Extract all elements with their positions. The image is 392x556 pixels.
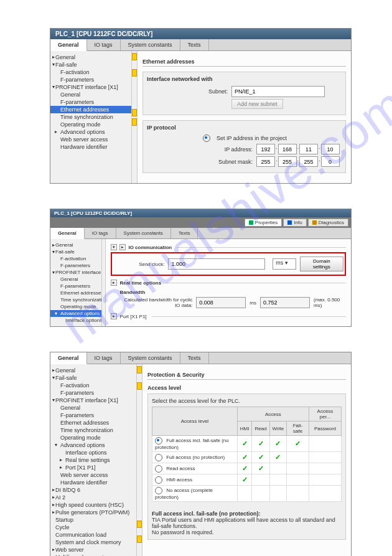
tree-item[interactable]: Advanced options: [50, 310, 101, 317]
tree-item[interactable]: F-activation: [50, 68, 131, 76]
tree-item[interactable]: Operating mode: [50, 434, 136, 441]
access-radio[interactable]: [155, 487, 162, 494]
tree-item[interactable]: F-activation: [50, 255, 101, 262]
tree-item[interactable]: Interface options: [50, 317, 101, 324]
tree-item[interactable]: Time synchronization: [50, 113, 131, 121]
tree-item[interactable]: Operating mode: [50, 303, 101, 310]
octet[interactable]: [299, 156, 318, 167]
add-subnet-button[interactable]: Add new subnet: [231, 99, 283, 109]
section-header: Protection & Security: [147, 372, 346, 380]
tab-properties[interactable]: Properties: [245, 219, 282, 227]
tree-item[interactable]: Real time settings: [50, 456, 136, 464]
change-markers: [132, 51, 138, 183]
tree-item[interactable]: AI 2: [50, 494, 136, 501]
tab-diagnostics[interactable]: Diagnostics: [308, 219, 348, 227]
tab-info[interactable]: Info: [283, 219, 306, 227]
tree-item[interactable]: F-parameters: [50, 262, 101, 269]
tab-system-constants[interactable]: System constants: [121, 352, 180, 364]
tree-item[interactable]: Fail-safe: [50, 248, 101, 255]
tab-general[interactable]: General: [50, 352, 87, 364]
tree-item[interactable]: Multilingual support: [50, 554, 136, 556]
tree-item[interactable]: Ethernet addresses: [50, 106, 131, 113]
radio-set-ip[interactable]: [203, 134, 210, 142]
expand-icon[interactable]: ▸: [111, 313, 117, 319]
subnet-input[interactable]: [231, 86, 325, 97]
tree-item[interactable]: Hardware identifier: [50, 143, 131, 151]
tree-item[interactable]: Pulse generators (PTO/PWM): [50, 509, 136, 516]
tab-texts[interactable]: Texts: [180, 352, 209, 364]
tree-item[interactable]: Interface options: [50, 449, 136, 456]
tree-item[interactable]: PROFINET interface [X1]: [50, 269, 101, 276]
tree-item[interactable]: General: [50, 367, 136, 374]
tree-item[interactable]: Web server access: [50, 471, 136, 479]
nav-tree[interactable]: GeneralFail-safeF-activationF-parameters…: [50, 239, 102, 326]
subnet-mask-input[interactable]: ...: [256, 156, 340, 167]
access-radio[interactable]: [155, 437, 162, 445]
tree-item[interactable]: Time synchronization: [50, 426, 136, 434]
label-subnet: Subnet:: [147, 88, 228, 95]
tree-item[interactable]: Port [X1 P1]: [50, 464, 136, 471]
tree-item[interactable]: Ethernet addresses: [50, 419, 136, 426]
tree-item[interactable]: System and clock memory: [50, 539, 136, 546]
tab-general[interactable]: General: [50, 39, 87, 51]
tab-texts[interactable]: Texts: [180, 39, 209, 50]
access-radio[interactable]: [155, 476, 162, 484]
octet[interactable]: [256, 144, 275, 154]
tree-item[interactable]: General: [50, 276, 101, 283]
change-markers: [102, 239, 106, 326]
tree-item[interactable]: Web server access: [50, 136, 131, 143]
tree-item[interactable]: Fail-safe: [50, 374, 136, 382]
nav-tree[interactable]: GeneralFail-safeF-activationF-parameters…: [50, 51, 132, 183]
tree-item[interactable]: Advanced options: [50, 441, 136, 449]
tree-item[interactable]: General: [50, 242, 101, 248]
tab-general[interactable]: General: [50, 228, 85, 239]
octet[interactable]: [278, 156, 297, 167]
octet[interactable]: [321, 156, 340, 167]
tree-item[interactable]: General: [50, 91, 131, 98]
tree-item[interactable]: F-parameters: [50, 76, 131, 83]
expand-icon[interactable]: ▸: [111, 280, 117, 286]
tab-system-constants[interactable]: System constants: [121, 39, 180, 50]
tree-item[interactable]: F-parameters: [50, 412, 136, 419]
octet[interactable]: [278, 144, 297, 154]
octet[interactable]: [299, 144, 318, 154]
tree-item[interactable]: Fail-safe: [50, 61, 131, 68]
tree-item[interactable]: Cycle: [50, 524, 136, 531]
tab-system-constants[interactable]: System constants: [116, 228, 171, 238]
section-io-comm: IO communication: [128, 245, 172, 250]
access-radio[interactable]: [155, 454, 162, 461]
tree-item[interactable]: Operating mode: [50, 121, 131, 128]
tree-item[interactable]: High speed counters (HSC): [50, 501, 136, 509]
tree-item[interactable]: F-parameters: [50, 389, 136, 397]
tab-texts[interactable]: Texts: [171, 228, 198, 238]
access-level-table: Access levelAccessAccess per...HMIReadWr…: [152, 407, 342, 502]
tree-item[interactable]: F-parameters: [50, 98, 131, 106]
tree-item[interactable]: Web server: [50, 546, 136, 554]
domain-settings-button[interactable]: Domain settings: [300, 257, 343, 271]
tree-item[interactable]: Time synchronization: [50, 296, 101, 303]
collapse-icon[interactable]: ▾: [111, 244, 117, 250]
tab-io-tags[interactable]: IO tags: [87, 352, 121, 364]
tree-item[interactable]: Hardware identifier: [50, 479, 136, 486]
access-radio[interactable]: [155, 465, 162, 473]
octet[interactable]: [256, 156, 275, 167]
octet[interactable]: [321, 144, 340, 154]
tree-item[interactable]: F-parameters: [50, 283, 101, 290]
tree-item[interactable]: DI 8/DQ 6: [50, 486, 136, 494]
expand-icon[interactable]: ▸: [119, 244, 126, 250]
tree-item[interactable]: General: [50, 54, 131, 61]
tree-item[interactable]: PROFINET interface [X1]: [50, 83, 131, 91]
tree-item[interactable]: General: [50, 404, 136, 412]
nav-tree[interactable]: GeneralFail-safeF-activationF-parameters…: [50, 364, 137, 556]
ip-address-input[interactable]: ...: [256, 144, 340, 154]
tab-io-tags[interactable]: IO tags: [87, 39, 121, 50]
send-clock-input[interactable]: [168, 258, 265, 270]
tree-item[interactable]: Advanced options: [50, 128, 131, 136]
tree-item[interactable]: F-activation: [50, 382, 136, 389]
tree-item[interactable]: Communication load: [50, 531, 136, 539]
tree-item[interactable]: Startup: [50, 516, 136, 524]
tab-io-tags[interactable]: IO tags: [85, 228, 116, 238]
tree-item[interactable]: PROFINET interface [X1]: [50, 397, 136, 404]
unit-select[interactable]: ms ▾: [273, 258, 296, 270]
tree-item[interactable]: Ethernet addresses: [50, 290, 101, 296]
